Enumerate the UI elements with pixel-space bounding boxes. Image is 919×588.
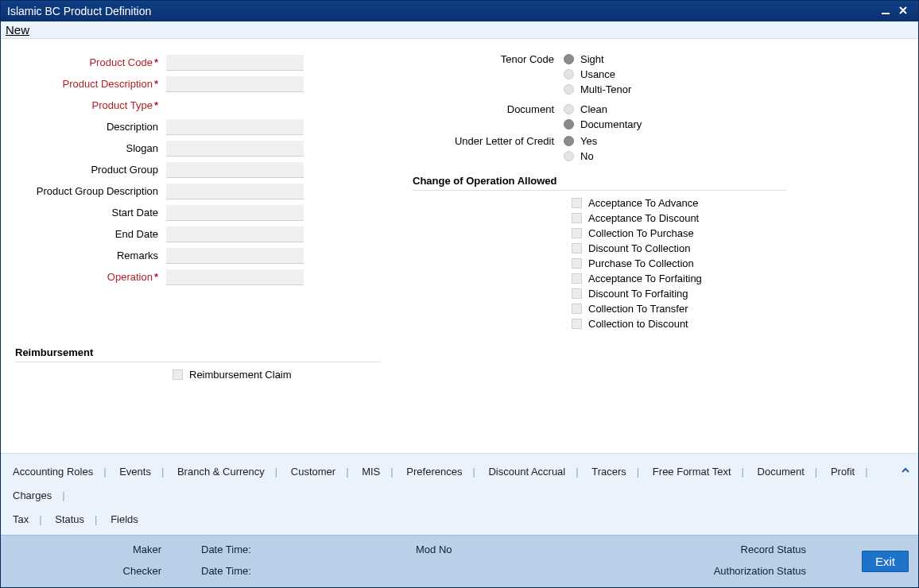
- label-tenor-multi: Multi-Tenor: [580, 83, 631, 95]
- label-change-op-3: Discount To Collection: [588, 242, 690, 254]
- label-product-type: Product Type*: [15, 99, 166, 111]
- label-product-group-description: Product Group Description: [15, 185, 166, 197]
- label-start-date: Start Date: [15, 207, 166, 219]
- tab-tracers[interactable]: Tracers: [589, 466, 629, 478]
- input-end-date[interactable]: [166, 226, 304, 242]
- checkbox-change-op-6[interactable]: [572, 288, 582, 299]
- checkbox-change-op-1[interactable]: [572, 213, 582, 223]
- label-change-op-4: Purchase To Collection: [588, 257, 694, 269]
- input-slogan[interactable]: [166, 141, 304, 157]
- input-remarks[interactable]: [166, 248, 304, 264]
- label-under-loc: Under Letter of Credit: [413, 133, 564, 147]
- label-tenor-sight: Sight: [580, 53, 604, 65]
- radio-loc-yes[interactable]: [564, 136, 574, 146]
- tab-profit[interactable]: Profit: [828, 466, 857, 478]
- status-auth-status-label: Authorization Status: [714, 565, 806, 577]
- label-product-description: Product Description*: [15, 78, 166, 90]
- label-tenor-usance: Usance: [580, 68, 615, 80]
- menu-new[interactable]: New: [4, 23, 31, 37]
- status-maker-label: Maker: [133, 544, 161, 555]
- checkbox-change-op-2[interactable]: [572, 228, 582, 238]
- section-change-operation: Change of Operation Allowed: [413, 172, 786, 191]
- label-doc-documentary: Documentary: [580, 118, 642, 130]
- tab-accounting-roles[interactable]: Accounting Roles: [10, 466, 95, 478]
- menu-bar: New: [1, 21, 918, 39]
- form-content: Product Code* Product Description* Produ…: [1, 39, 918, 453]
- checkbox-change-op-4[interactable]: [572, 258, 582, 269]
- label-operation: Operation*: [15, 271, 166, 283]
- right-column: Tenor Code Sight Usance Multi-Tenor Docu…: [389, 52, 904, 450]
- label-change-op-6: Discount To Forfaiting: [588, 288, 688, 300]
- tab-free-format-text[interactable]: Free Format Text: [650, 466, 734, 478]
- input-product-code[interactable]: [166, 55, 304, 71]
- radio-doc-clean[interactable]: [564, 104, 574, 114]
- scroll-up-icon[interactable]: [901, 460, 910, 484]
- radio-tenor-usance[interactable]: [564, 69, 574, 79]
- checkbox-change-op-7[interactable]: [572, 304, 582, 314]
- label-change-op-1: Acceptance To Discount: [588, 212, 699, 224]
- row-tenor-code: Tenor Code Sight Usance Multi-Tenor: [413, 52, 904, 97]
- status-checker-label: Checker: [123, 565, 161, 577]
- label-remarks: Remarks: [15, 250, 166, 261]
- label-change-op-8: Collection to Discount: [588, 318, 688, 330]
- label-loc-yes: Yes: [580, 135, 597, 147]
- label-description: Description: [15, 121, 166, 133]
- radio-tenor-multi[interactable]: [564, 84, 574, 95]
- minimize-button[interactable]: [877, 4, 894, 18]
- checkbox-change-op-0[interactable]: [572, 198, 582, 208]
- label-doc-clean: Clean: [580, 103, 607, 115]
- label-product-group: Product Group: [15, 164, 166, 176]
- title-bar: Islamic BC Product Definition: [1, 1, 918, 21]
- label-product-code: Product Code*: [15, 56, 166, 68]
- label-reimbursement-claim: Reimbursement Claim: [189, 369, 292, 381]
- input-product-group[interactable]: [166, 162, 304, 178]
- input-product-description[interactable]: [166, 76, 304, 92]
- radio-tenor-sight[interactable]: [564, 54, 574, 64]
- checkbox-change-op-3[interactable]: [572, 243, 582, 253]
- tab-branch-currency[interactable]: Branch & Currency: [175, 466, 267, 478]
- tab-mis[interactable]: MIS: [359, 466, 382, 478]
- radio-doc-documentary[interactable]: [564, 119, 574, 130]
- tab-fields[interactable]: Fields: [108, 513, 141, 525]
- label-change-op-7: Collection To Transfer: [588, 303, 688, 315]
- label-change-op-2: Collection To Purchase: [588, 227, 694, 239]
- left-column: Product Code* Product Description* Produ…: [15, 52, 389, 450]
- close-button[interactable]: [894, 4, 912, 18]
- tab-events[interactable]: Events: [117, 466, 153, 478]
- status-record-status-label: Record Status: [741, 544, 806, 555]
- checkbox-change-op-8[interactable]: [572, 319, 582, 329]
- input-product-group-description[interactable]: [166, 184, 304, 199]
- label-tenor-code: Tenor Code: [413, 52, 564, 65]
- tab-preferences[interactable]: Preferences: [404, 466, 464, 478]
- radio-loc-no[interactable]: [564, 151, 574, 161]
- status-datetime-label-1: Date Time:: [201, 544, 251, 555]
- bottom-tab-bar: Accounting Roles| Events| Branch & Curre…: [1, 453, 918, 535]
- checkbox-reimbursement-claim[interactable]: [173, 369, 183, 380]
- label-document: Document: [413, 102, 564, 115]
- tab-discount-accrual[interactable]: Discount Accrual: [486, 466, 568, 478]
- label-change-op-5: Acceptance To Forfaiting: [588, 273, 702, 284]
- tab-tax[interactable]: Tax: [10, 513, 31, 525]
- label-change-op-0: Acceptance To Advance: [588, 197, 699, 209]
- tab-document[interactable]: Document: [755, 466, 807, 478]
- tab-customer[interactable]: Customer: [289, 466, 338, 478]
- row-document: Document Clean Documentary: [413, 102, 904, 132]
- tab-status[interactable]: Status: [52, 513, 87, 525]
- exit-button[interactable]: Exit: [862, 551, 909, 572]
- tab-charges[interactable]: Charges: [10, 489, 54, 501]
- app-window: Islamic BC Product Definition New Produc…: [0, 0, 919, 588]
- status-datetime-label-2: Date Time:: [201, 565, 251, 577]
- checkbox-change-op-5[interactable]: [572, 273, 582, 284]
- row-reimbursement-claim: Reimbursement Claim: [15, 367, 389, 382]
- input-start-date[interactable]: [166, 205, 304, 221]
- status-modno-label: Mod No: [416, 544, 615, 555]
- status-bar: Maker Checker Date Time: Date Time: Mod …: [1, 535, 918, 587]
- input-operation[interactable]: [166, 269, 304, 285]
- input-description[interactable]: [166, 119, 304, 135]
- svg-rect-0: [882, 13, 890, 14]
- label-end-date: End Date: [15, 228, 166, 240]
- window-title: Islamic BC Product Definition: [7, 5, 877, 17]
- label-loc-no: No: [580, 150, 594, 162]
- row-under-loc: Under Letter of Credit Yes No: [413, 133, 904, 164]
- section-reimbursement: Reimbursement: [15, 343, 381, 362]
